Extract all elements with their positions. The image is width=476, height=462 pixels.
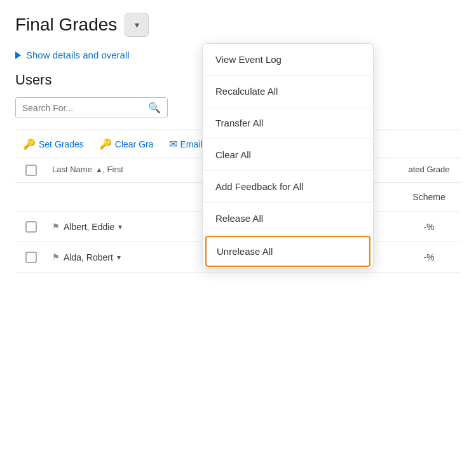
set-grades-button[interactable]: 🔑 Set Grades [15,135,92,153]
set-grades-icon: 🔑 [23,138,36,150]
header-calculated-cell: ated Grade [397,158,461,182]
calculated-grade-label: ated Grade [408,165,449,174]
clear-grades-label: Clear Gra [115,139,154,149]
menu-item-release-all[interactable]: Release All [203,203,373,234]
albert-chevron-icon[interactable]: ▾ [118,222,122,231]
transfer-all-label: Transfer All [215,118,263,128]
recalculate-all-label: Recalculate All [215,86,278,97]
menu-item-view-event-log[interactable]: View Event Log [203,44,373,76]
triangle-icon [15,51,21,59]
select-all-checkbox[interactable] [25,165,37,176]
add-feedback-all-label: Add Feedback for All [215,181,303,192]
search-input[interactable] [22,103,148,113]
name-column-label2: , First [102,165,123,174]
email-icon: ✉ [169,138,177,150]
alda-calculated-cell: -% [397,243,461,271]
menu-item-recalculate-all[interactable]: Recalculate All [203,76,373,107]
clear-grades-icon: 🔑 [99,138,112,150]
alda-name: Alda, Robert [64,252,113,262]
view-event-log-label: View Event Log [215,54,282,65]
grades-dropdown-trigger[interactable]: ▾ [125,13,149,37]
menu-item-add-feedback-all[interactable]: Add Feedback for All [203,171,373,203]
albert-flag-icon: ⚑ [52,222,60,231]
chevron-down-icon: ▾ [135,20,139,30]
menu-item-transfer-all[interactable]: Transfer All [203,107,373,139]
albert-calculated: -% [423,222,434,232]
page-title: Final Grades [15,15,117,35]
menu-item-unrelease-all[interactable]: Unrelease All [205,236,371,267]
search-bar: 🔍 [15,97,168,118]
set-grades-label: Set Grades [39,139,84,149]
alda-checkbox-cell [15,243,47,272]
alda-calculated: -% [423,252,434,262]
scheme-sub-header: Scheme [397,183,461,211]
unrelease-all-label: Unrelease All [217,246,273,257]
sort-indicator: ▲ [95,166,102,173]
clear-all-label: Clear All [215,149,251,160]
name-column-label: Last Name [52,165,94,174]
release-all-label: Release All [215,213,263,224]
grades-dropdown-menu: View Event Log Recalculate All Transfer … [202,43,374,269]
alda-flag-icon: ⚑ [52,252,60,262]
email-label: Email [180,139,203,149]
clear-grades-button[interactable]: 🔑 Clear Gra [92,135,161,153]
albert-name: Albert, Eddie [64,222,114,232]
alda-chevron-icon[interactable]: ▾ [117,253,121,262]
show-details-label: Show details and overall [26,50,130,60]
scheme-label: Scheme [412,192,445,202]
albert-calculated-cell: -% [397,213,461,241]
albert-checkbox-cell [15,212,47,241]
search-icon[interactable]: 🔍 [148,102,161,114]
header-checkbox-cell [15,158,47,182]
albert-checkbox[interactable] [25,221,37,233]
alda-checkbox[interactable] [25,252,37,263]
row-checkbox-cell [15,188,47,206]
menu-item-clear-all[interactable]: Clear All [203,139,373,171]
